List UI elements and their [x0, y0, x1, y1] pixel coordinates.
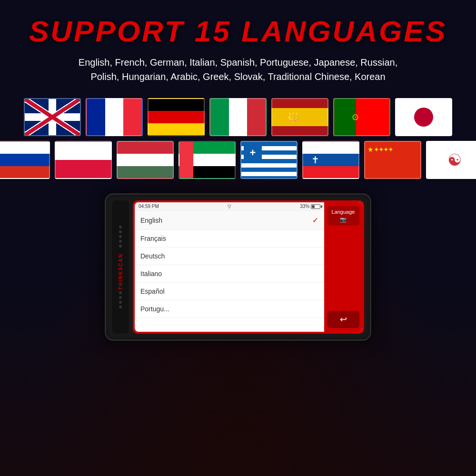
screen-left: 04:59 PM ▽ 33% English ✓ [135, 202, 324, 332]
status-bar: 04:59 PM ▽ 33% [135, 202, 324, 211]
languages-subtitle: English, French, German, Italian, Spanis… [79, 55, 397, 84]
device-mockup: THINKSCAN 04:59 PM ▽ 33% [105, 193, 371, 341]
kr-flag [426, 141, 476, 179]
grip-dot [119, 240, 122, 243]
grip-dot [119, 306, 122, 308]
battery-icon [311, 204, 320, 209]
status-battery: 33% [300, 204, 320, 209]
language-sidebar-btn[interactable]: Language 📷 [327, 206, 359, 226]
es-flag [271, 98, 328, 136]
jp-flag [395, 98, 452, 136]
grip-dot [119, 291, 122, 294]
camera-icon: 📷 [340, 217, 347, 223]
device-grip: THINKSCAN [112, 200, 129, 334]
lang-item-english[interactable]: English ✓ [135, 211, 324, 230]
page-title: SUPPORT 15 LANGUAGES [29, 14, 447, 48]
pt-flag [333, 98, 390, 136]
device-screen: 04:59 PM ▽ 33% English ✓ [135, 202, 362, 332]
grip-dot [119, 301, 122, 304]
screen-right-sidebar: Language 📷 ↩ [324, 202, 362, 332]
flags-section [0, 98, 476, 179]
status-time: 04:59 PM [139, 204, 159, 209]
grip-dot [119, 296, 122, 299]
check-icon: ✓ [312, 216, 318, 225]
gr-flag [240, 141, 298, 179]
language-list: English ✓ Français Deutsch Italiano [135, 211, 324, 332]
cn-flag [364, 141, 421, 179]
grip-dot [119, 245, 122, 248]
fr-flag [86, 98, 143, 136]
device-frame: 04:59 PM ▽ 33% English ✓ [133, 200, 364, 334]
grip-dot [119, 235, 122, 238]
back-icon: ↩ [340, 314, 347, 325]
lang-name-german: Deutsch [140, 252, 165, 260]
lang-name-english: English [140, 217, 162, 224]
grip-dot [119, 226, 122, 228]
flags-row-1 [24, 98, 452, 136]
lang-item-french[interactable]: Français [135, 230, 324, 248]
it-flag [209, 98, 267, 136]
device-label: THINKSCAN [118, 253, 123, 290]
lang-item-german[interactable]: Deutsch [135, 248, 324, 265]
back-button[interactable]: ↩ [327, 311, 359, 328]
status-signal: ▽ [228, 204, 231, 209]
language-label: Language [332, 209, 355, 215]
main-content: SUPPORT 15 LANGUAGES English, French, Ge… [0, 0, 476, 350]
jp-circle [414, 108, 433, 127]
hu-flag [117, 141, 174, 179]
lang-item-italian[interactable]: Italiano [135, 265, 324, 283]
ru-flag [0, 141, 50, 179]
lang-name-italian: Italiano [140, 270, 162, 278]
lang-name-french: Français [140, 235, 166, 242]
flags-row-2 [0, 141, 476, 179]
lang-name-spanish: Español [140, 288, 165, 295]
lang-name-portuguese: Portugu... [140, 305, 169, 313]
uk-flag [24, 98, 81, 136]
ae-flag [178, 141, 236, 179]
sk-flag [302, 141, 359, 179]
lang-item-spanish[interactable]: Español [135, 283, 324, 300]
device-container: THINKSCAN 04:59 PM ▽ 33% [10, 193, 466, 341]
de-flag [148, 98, 205, 136]
pl-flag [55, 141, 112, 179]
grip-dot [119, 230, 122, 233]
lang-item-portuguese[interactable]: Portugu... [135, 300, 324, 318]
